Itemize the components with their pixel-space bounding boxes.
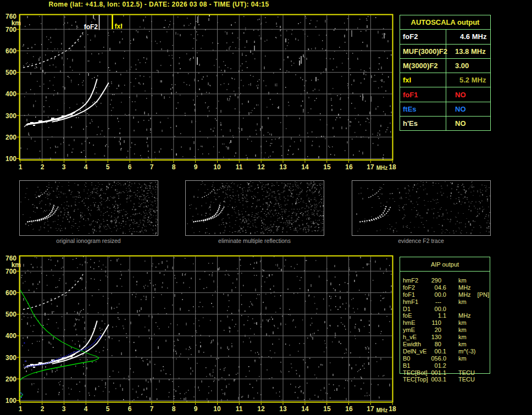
svg-text:600: 600	[5, 289, 16, 297]
svg-text:5: 5	[106, 163, 110, 171]
svg-text:8: 8	[172, 163, 176, 171]
svg-text:100: 100	[5, 155, 16, 163]
svg-text:4: 4	[84, 163, 88, 171]
svg-text:15: 15	[323, 405, 331, 413]
svg-text:300: 300	[5, 112, 16, 120]
svg-text:200: 200	[5, 375, 16, 383]
svg-text:700: 700	[5, 268, 16, 275]
svg-text:16: 16	[345, 163, 353, 171]
svg-text:500: 500	[5, 69, 16, 76]
svg-text:400: 400	[5, 332, 16, 340]
svg-text:eliminate multiple reflections: eliminate multiple reflections	[218, 237, 291, 244]
svg-text:12: 12	[257, 163, 265, 171]
svg-text:1: 1	[19, 405, 23, 413]
svg-text:17: 17	[367, 405, 374, 413]
svg-text:9: 9	[194, 163, 198, 171]
svg-text:18: 18	[389, 405, 396, 413]
svg-text:200: 200	[5, 134, 16, 141]
svg-text:7: 7	[150, 405, 154, 413]
svg-text:500: 500	[5, 311, 16, 318]
svg-text:18: 18	[389, 163, 396, 171]
svg-text:12: 12	[257, 405, 265, 413]
svg-text:400: 400	[5, 90, 16, 98]
svg-text:2: 2	[41, 163, 45, 171]
svg-text:13: 13	[279, 405, 287, 413]
svg-text:5: 5	[106, 405, 110, 413]
svg-text:600: 600	[5, 47, 16, 55]
svg-text:9: 9	[194, 405, 198, 413]
svg-text:7: 7	[150, 163, 154, 171]
svg-text:10: 10	[213, 163, 221, 171]
svg-text:Rome (lat: +41.8, lon: 012.5): Rome (lat: +41.8, lon: 012.5) - DATE: 20…	[48, 1, 269, 8]
svg-text:MHz: MHz	[376, 407, 388, 413]
svg-text:14: 14	[301, 405, 309, 413]
svg-text:14: 14	[301, 163, 309, 171]
svg-text:3: 3	[62, 405, 66, 413]
svg-text:1: 1	[19, 163, 23, 171]
svg-text:10: 10	[213, 405, 221, 413]
svg-text:6: 6	[128, 163, 132, 171]
svg-text:13: 13	[279, 163, 287, 171]
svg-text:3: 3	[62, 163, 66, 171]
svg-text:fxI: fxI	[115, 23, 123, 30]
svg-text:4: 4	[84, 405, 88, 413]
svg-text:8: 8	[172, 405, 176, 413]
svg-text:15: 15	[323, 163, 331, 171]
svg-text:2: 2	[41, 405, 45, 413]
svg-text:17: 17	[367, 163, 374, 171]
svg-text:original ionogram resized: original ionogram resized	[56, 237, 120, 244]
svg-text:MHz: MHz	[376, 165, 388, 171]
svg-text:100: 100	[5, 397, 16, 405]
svg-text:evidence F2 trace: evidence F2 trace	[398, 237, 444, 244]
svg-text:foF2: foF2	[84, 23, 98, 31]
svg-text:16: 16	[345, 405, 353, 413]
svg-text:300: 300	[5, 354, 16, 362]
svg-text:11: 11	[236, 405, 243, 413]
svg-text:700: 700	[5, 26, 16, 34]
svg-text:6: 6	[128, 405, 132, 413]
svg-text:11: 11	[236, 163, 243, 171]
